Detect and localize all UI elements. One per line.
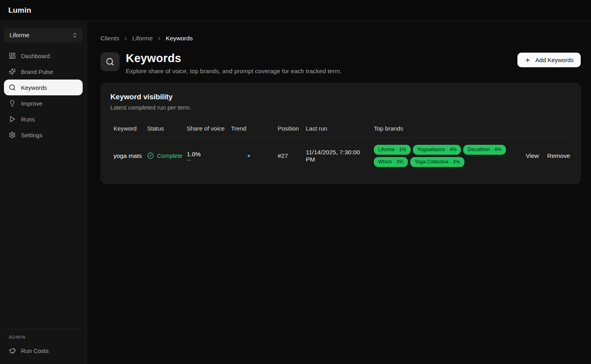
- col-header-last-run: Last run: [303, 121, 371, 137]
- sidebar-item-label: Settings: [21, 132, 42, 138]
- share-of-voice-cell: 1.0%: [184, 151, 228, 161]
- table-header-row: Keyword Status Share of voice Trend Posi…: [110, 121, 571, 138]
- share-of-voice-value: 1.0%: [187, 151, 228, 158]
- last-run-cell: 11/14/2025, 7:30:00 PM: [303, 149, 371, 163]
- search-icon: [106, 57, 114, 66]
- status-badge: Complete: [157, 152, 182, 159]
- client-selector[interactable]: Liforme: [4, 28, 83, 42]
- col-header-position: Position: [275, 121, 303, 137]
- position-cell: #27: [275, 152, 303, 159]
- card-title: Keyword visibility: [110, 93, 571, 101]
- brand-badge: Yogaalliance · 4%: [413, 145, 461, 155]
- status-cell: Complete: [144, 152, 184, 159]
- page-subtitle: Explore share of voice, top brands, and …: [126, 68, 341, 75]
- sidebar-item-keywords[interactable]: Keywords: [4, 80, 83, 95]
- top-brands-cell: Liforme · 1% Yogaalliance · 4% Decathlon…: [371, 145, 507, 167]
- col-header-top-brands: Top brands: [371, 121, 511, 137]
- chevron-right-icon: [123, 36, 129, 42]
- breadcrumb-liforme[interactable]: Liforme: [132, 35, 153, 42]
- dashboard-icon: [9, 52, 16, 59]
- brand-badge: Yoga Collective · 3%: [410, 157, 464, 167]
- lightbulb-icon: [9, 100, 16, 107]
- topbar: Lumin: [0, 0, 591, 21]
- search-icon: [9, 84, 16, 91]
- sidebar-item-settings[interactable]: Settings: [4, 127, 83, 143]
- play-icon: [9, 116, 16, 123]
- col-header-status: Status: [144, 121, 184, 137]
- sidebar-item-label: Runs: [21, 116, 35, 123]
- gear-icon: [9, 131, 16, 138]
- card-subtitle: Latest completed run per term.: [110, 104, 571, 111]
- trend-data-point-dot: [248, 155, 250, 157]
- divider: [5, 329, 82, 329]
- col-header-keyword: Keyword: [110, 121, 144, 137]
- main-content: Clients Liforme Keywords Keywords Explor…: [87, 21, 591, 364]
- sidebar-item-run-costs[interactable]: Run Costs: [4, 343, 83, 358]
- share-of-voice-bar: [187, 160, 191, 161]
- row-actions: View Remove: [511, 152, 571, 159]
- chevron-right-icon: [156, 36, 162, 42]
- brand-badge: Decathlon · 4%: [463, 145, 506, 155]
- sidebar-item-dashboard[interactable]: Dashboard: [4, 48, 83, 64]
- table-row: yoga mats Complete 1.0% #27 11/14/2025, …: [110, 138, 571, 174]
- col-header-trend: Trend: [228, 121, 275, 137]
- sidebar-item-label: Keywords: [21, 84, 47, 91]
- app-logo: Lumin: [8, 6, 31, 15]
- plus-icon: [525, 57, 531, 63]
- sidebar-item-improve[interactable]: Improve: [4, 95, 83, 111]
- col-header-actions: [511, 124, 571, 134]
- remove-button[interactable]: Remove: [547, 152, 570, 159]
- admin-section-label: ADMIN: [4, 335, 83, 339]
- brand-badge: Which · 3%: [374, 157, 408, 167]
- page-header: Keywords Explore share of voice, top bra…: [100, 52, 581, 75]
- keyword-cell: yoga mats: [110, 152, 144, 159]
- sidebar-item-label: Run Costs: [21, 347, 49, 354]
- breadcrumb: Clients Liforme Keywords: [100, 35, 581, 42]
- sidebar-item-runs[interactable]: Runs: [4, 111, 83, 127]
- sidebar-item-label: Brand Pulse: [21, 68, 53, 75]
- piggy-bank-icon: [9, 347, 16, 354]
- sidebar-admin-section: ADMIN Run Costs: [4, 329, 83, 358]
- page-title: Keywords: [126, 52, 341, 65]
- brand-badge: Liforme · 1%: [374, 145, 411, 155]
- check-circle-icon: [147, 152, 154, 159]
- client-selector-value: Liforme: [9, 32, 29, 38]
- add-keywords-label: Add Keywords: [535, 57, 574, 63]
- sidebar-item-label: Dashboard: [21, 53, 50, 59]
- sidebar-nav: Dashboard Brand Pulse Keywords Improve R…: [4, 48, 83, 143]
- trend-cell: [228, 155, 275, 157]
- keyword-visibility-card: Keyword visibility Latest completed run …: [100, 83, 581, 184]
- chevrons-up-down-icon: [72, 32, 78, 38]
- sidebar-item-brand-pulse[interactable]: Brand Pulse: [4, 64, 83, 80]
- breadcrumb-keywords: Keywords: [166, 35, 193, 42]
- view-button[interactable]: View: [526, 152, 539, 159]
- sidebar-item-label: Improve: [21, 100, 42, 107]
- sidebar: Liforme Dashboard Brand Pulse Keywords I…: [0, 21, 87, 364]
- sparkles-icon: [9, 68, 16, 75]
- breadcrumb-clients[interactable]: Clients: [100, 35, 119, 42]
- add-keywords-button[interactable]: Add Keywords: [517, 53, 581, 67]
- col-header-share-of-voice: Share of voice: [184, 121, 228, 137]
- page-icon-box: [100, 52, 119, 71]
